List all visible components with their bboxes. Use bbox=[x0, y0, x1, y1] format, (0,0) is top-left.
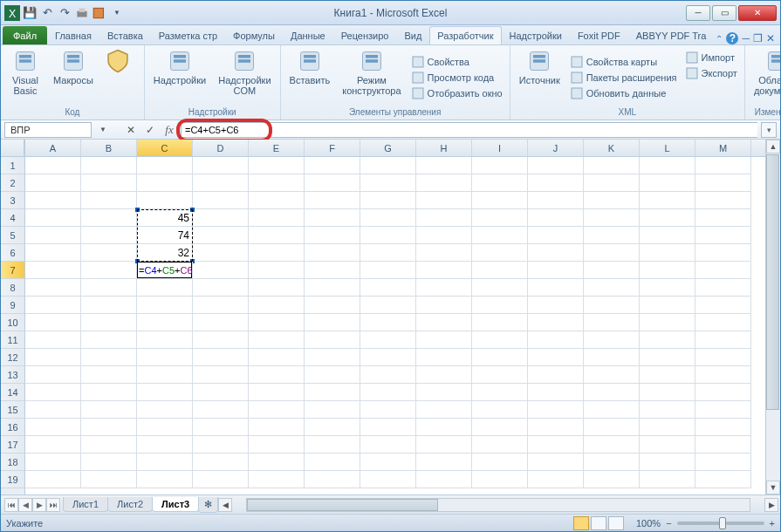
cell-F19[interactable] bbox=[305, 471, 360, 488]
cell-J6[interactable] bbox=[528, 244, 584, 262]
cell-G11[interactable] bbox=[360, 331, 416, 349]
cell-D7[interactable] bbox=[193, 262, 249, 279]
cell-I2[interactable] bbox=[472, 174, 528, 192]
cell-B9[interactable] bbox=[81, 297, 137, 314]
cell-C15[interactable] bbox=[137, 401, 193, 419]
cell-A10[interactable] bbox=[25, 314, 81, 331]
cell-E5[interactable] bbox=[249, 227, 305, 244]
cell-M6[interactable] bbox=[695, 244, 751, 262]
sheet-nav-next-icon[interactable]: ▶ bbox=[32, 498, 46, 512]
cell-H1[interactable] bbox=[416, 157, 472, 174]
cell-J15[interactable] bbox=[528, 401, 584, 419]
column-header[interactable]: L bbox=[640, 140, 695, 156]
cell-D12[interactable] bbox=[193, 349, 249, 366]
ribbon-small-item[interactable]: Свойства bbox=[410, 55, 504, 69]
page-layout-view-button[interactable] bbox=[591, 516, 606, 530]
cell-M11[interactable] bbox=[695, 331, 751, 349]
cell-J11[interactable] bbox=[528, 331, 584, 349]
cell-K19[interactable] bbox=[584, 471, 640, 488]
cell-G16[interactable] bbox=[360, 419, 416, 436]
cell-I13[interactable] bbox=[472, 366, 528, 384]
cell-D1[interactable] bbox=[193, 157, 249, 174]
cell-M12[interactable] bbox=[695, 349, 751, 366]
ribbon-tab-10[interactable]: ABBYY PDF Tra bbox=[628, 26, 715, 44]
close-button[interactable]: ✕ bbox=[738, 5, 777, 21]
cell-L7[interactable] bbox=[640, 262, 695, 279]
cell-H6[interactable] bbox=[416, 244, 472, 262]
cell-I18[interactable] bbox=[472, 454, 528, 471]
cell-C19[interactable] bbox=[137, 471, 193, 488]
cell-K9[interactable] bbox=[584, 297, 640, 314]
cell-K18[interactable] bbox=[584, 454, 640, 471]
cell-J17[interactable] bbox=[528, 436, 584, 454]
cell-A7[interactable] bbox=[25, 262, 81, 279]
cell-I5[interactable] bbox=[472, 227, 528, 244]
sheet-nav-prev-icon[interactable]: ◀ bbox=[18, 498, 32, 512]
help-icon[interactable]: ? bbox=[726, 32, 738, 44]
cell-G9[interactable] bbox=[360, 297, 416, 314]
cell-G10[interactable] bbox=[360, 314, 416, 331]
cell-A2[interactable] bbox=[25, 174, 81, 192]
cell-F2[interactable] bbox=[305, 174, 360, 192]
cell-L19[interactable] bbox=[640, 471, 695, 488]
cell-F14[interactable] bbox=[305, 384, 360, 401]
cell-L6[interactable] bbox=[640, 244, 695, 262]
ribbon-small-item[interactable]: Отобразить окно bbox=[410, 86, 504, 100]
ribbon-big-button[interactable]: Область документа bbox=[750, 47, 781, 107]
cell-E12[interactable] bbox=[249, 349, 305, 366]
cell-C13[interactable] bbox=[137, 366, 193, 384]
cell-D6[interactable] bbox=[193, 244, 249, 262]
cell-K8[interactable] bbox=[584, 279, 640, 297]
zoom-slider-thumb[interactable] bbox=[719, 517, 726, 529]
cell-B7[interactable] bbox=[81, 262, 137, 279]
cell-C11[interactable] bbox=[137, 331, 193, 349]
column-header[interactable]: A bbox=[25, 140, 81, 156]
row-header[interactable]: 10 bbox=[1, 314, 24, 331]
cell-E11[interactable] bbox=[249, 331, 305, 349]
cell-M9[interactable] bbox=[695, 297, 751, 314]
cell-E19[interactable] bbox=[249, 471, 305, 488]
cell-E18[interactable] bbox=[249, 454, 305, 471]
row-header[interactable]: 1 bbox=[1, 157, 24, 174]
cell-G3[interactable] bbox=[360, 192, 416, 209]
cell-C7[interactable]: =C4+C5+C6 bbox=[137, 262, 193, 279]
column-header[interactable]: M bbox=[695, 140, 751, 156]
ribbon-tab-6[interactable]: Вид bbox=[396, 26, 429, 44]
select-all-corner[interactable] bbox=[1, 140, 24, 157]
cell-D15[interactable] bbox=[193, 401, 249, 419]
cell-H2[interactable] bbox=[416, 174, 472, 192]
cell-L18[interactable] bbox=[640, 454, 695, 471]
cell-E17[interactable] bbox=[249, 436, 305, 454]
cell-C1[interactable] bbox=[137, 157, 193, 174]
cell-J8[interactable] bbox=[528, 279, 584, 297]
cell-I3[interactable] bbox=[472, 192, 528, 209]
cell-J4[interactable] bbox=[528, 209, 584, 227]
cell-G14[interactable] bbox=[360, 384, 416, 401]
vertical-scroll-thumb[interactable] bbox=[766, 154, 779, 410]
ribbon-big-button[interactable]: Источник bbox=[516, 47, 564, 107]
cell-A8[interactable] bbox=[25, 279, 81, 297]
cell-L4[interactable] bbox=[640, 209, 695, 227]
cell-K4[interactable] bbox=[584, 209, 640, 227]
cell-A15[interactable] bbox=[25, 401, 81, 419]
ribbon-tab-5[interactable]: Рецензиро bbox=[333, 26, 397, 44]
ribbon-small-item[interactable]: Экспорт bbox=[684, 66, 739, 80]
cell-H16[interactable] bbox=[416, 419, 472, 436]
cell-A6[interactable] bbox=[25, 244, 81, 262]
ribbon-small-item[interactable]: Просмотр кода bbox=[410, 71, 504, 85]
ribbon-big-button[interactable]: Надстройки COM bbox=[215, 47, 274, 107]
cell-H14[interactable] bbox=[416, 384, 472, 401]
cell-M7[interactable] bbox=[695, 262, 751, 279]
zoom-out-button[interactable]: − bbox=[666, 518, 671, 529]
cell-K13[interactable] bbox=[584, 366, 640, 384]
cell-D14[interactable] bbox=[193, 384, 249, 401]
cell-E2[interactable] bbox=[249, 174, 305, 192]
insert-function-button[interactable]: fx bbox=[161, 122, 177, 138]
cell-A12[interactable] bbox=[25, 349, 81, 366]
cell-I4[interactable] bbox=[472, 209, 528, 227]
column-header[interactable]: E bbox=[249, 140, 305, 156]
cell-C4[interactable]: 45 bbox=[137, 209, 193, 227]
ribbon-tab-9[interactable]: Foxit PDF bbox=[570, 26, 628, 44]
cell-B10[interactable] bbox=[81, 314, 137, 331]
cell-B8[interactable] bbox=[81, 279, 137, 297]
